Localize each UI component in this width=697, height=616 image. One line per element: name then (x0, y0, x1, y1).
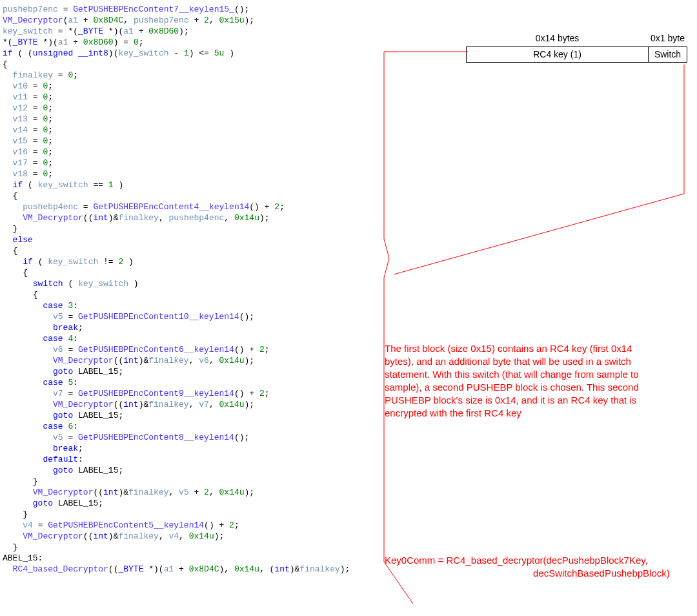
key-layout-table: 0x14 bytes 0x1 byte RC4 key (1) Switch (466, 32, 687, 63)
fn: GetPUSHEBPEncContent7__keylen15_ (73, 5, 234, 14)
header-rc4-size: 0x14 bytes (467, 32, 649, 47)
key-layout-diagram: 0x14 bytes 0x1 byte RC4 key (1) Switch (466, 32, 691, 63)
header-switch-size: 0x1 byte (649, 32, 687, 47)
annotation-key0comm: Key0Comm = RC4_based_decryptor(decPusheb… (385, 554, 694, 580)
fn: VM_Decryptor (3, 15, 63, 25)
cell-switch: Switch (649, 47, 687, 63)
annotation-first-block: The first block (size 0x15) contains an … (385, 342, 662, 420)
code-block: pushebp7enc = GetPUSHEBPEncContent7__key… (0, 0, 697, 575)
label: ABEL_15: (3, 553, 43, 563)
page-root: pushebp7enc = GetPUSHEBPEncContent7__key… (0, 0, 697, 616)
var: pushebp7enc (3, 5, 58, 14)
cell-rc4-key: RC4 key (1) (467, 47, 649, 63)
